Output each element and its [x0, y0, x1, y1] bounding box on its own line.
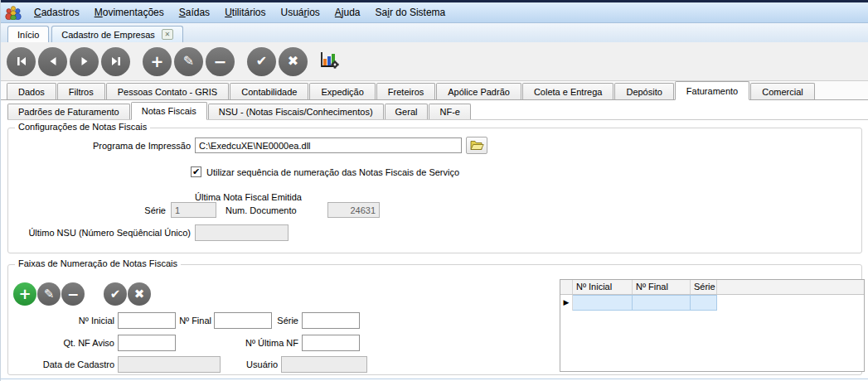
menu-item-text: aídas — [186, 7, 210, 18]
menu-item-utilitarios[interactable]: Utilitários — [217, 4, 273, 21]
usuario-input — [281, 356, 367, 373]
grid-header-row: Nº InicialNº FinalSérie — [560, 280, 864, 295]
previous-record-button[interactable] — [38, 47, 67, 76]
tab-contabilidade[interactable]: Contabilidade — [230, 83, 308, 99]
grid-column-header-serie[interactable]: Série — [691, 280, 717, 294]
programa-impressao-label: Programa de Impressão — [8, 141, 191, 151]
window-tab-label: Cadastro de Empresas — [61, 30, 155, 40]
next-record-icon — [78, 55, 91, 68]
data-cadastro-label: Data de Cadastro — [8, 359, 114, 369]
check-icon: ✔ — [110, 288, 121, 301]
tab-pessoas-contato-gris[interactable]: Pessoas Contato - GRIS — [106, 83, 229, 99]
menu-item-movimentacoes[interactable]: Movimentações — [87, 4, 172, 21]
subtab-notas-fiscais[interactable]: Notas Fiscais — [131, 102, 207, 120]
subtab-geral[interactable]: Geral — [385, 104, 429, 119]
menu-item-text: C — [34, 7, 41, 18]
insert-record-button[interactable]: + — [143, 47, 172, 76]
programa-impressao-input[interactable] — [195, 137, 462, 153]
ultimo-nsu-input — [195, 224, 289, 241]
utilizar-sequencia-checkbox[interactable]: ✔ — [191, 166, 201, 177]
faturamento-page: Padrões de FaturamentoNotas FiscaisNSU -… — [1, 100, 868, 381]
tab-expedicao[interactable]: Expedição — [309, 83, 375, 99]
tab-apolice-padrao[interactable]: Apólice Padrão — [436, 83, 521, 99]
faixa-confirm-button[interactable]: ✔ — [104, 282, 127, 306]
cancel-button[interactable]: ✖ — [279, 47, 308, 76]
usuario-label: Usuário — [211, 359, 278, 369]
menu-item-text: juda — [342, 7, 361, 18]
grid-column-header-n-inicial[interactable]: Nº Inicial — [573, 280, 633, 294]
tab-filtros[interactable]: Filtros — [57, 83, 105, 99]
grid-indicator-header — [560, 280, 573, 294]
window-tab-strip: InícioCadastro de Empresas✕ — [1, 23, 868, 42]
chart-settings-button[interactable] — [318, 51, 340, 73]
serie-input[interactable] — [302, 312, 360, 329]
application-window: CadastrosMovimentaçõesSaídasUtilitáriosU… — [0, 0, 868, 381]
faixas-toolbar: + ✎ − ✔ ✖ — [13, 282, 152, 306]
plus-icon: + — [151, 54, 164, 70]
next-record-button[interactable] — [70, 47, 99, 76]
confirm-button[interactable]: ✔ — [247, 47, 276, 76]
menu-item-text: U — [225, 7, 232, 18]
tab-freteiros[interactable]: Freteiros — [376, 83, 435, 99]
last-record-button[interactable] — [101, 47, 130, 76]
menu-item-cadastros[interactable]: Cadastros — [27, 4, 87, 21]
menu-item-text: Sa — [376, 7, 388, 18]
faixa-cancel-button[interactable]: ✖ — [128, 282, 151, 306]
edit-record-button[interactable]: ✎ — [174, 47, 203, 76]
subtab-nf-e[interactable]: NF-e — [429, 104, 470, 119]
menu-item-usuarios[interactable]: Usuários — [273, 4, 327, 21]
n-ultima-nf-label: Nº Última NF — [216, 338, 298, 348]
groupbox-faixas-numeracao: Faixas de Numeração de Notas Fiscais + ✎… — [7, 264, 862, 375]
menu-item-ajuda[interactable]: Ajuda — [327, 4, 368, 21]
open-folder-icon — [470, 140, 484, 151]
tab-faturamento[interactable]: Faturamento — [675, 81, 749, 100]
data-cadastro-input — [118, 356, 221, 373]
qt-nf-aviso-label: Qt. NF Aviso — [8, 338, 114, 348]
menu-item-text: Usuá — [280, 7, 303, 18]
grid-cell[interactable] — [691, 295, 717, 311]
tab-comercial[interactable]: Comercial — [750, 83, 815, 99]
serie-label: Série — [232, 316, 298, 326]
groupbox-configuracoes-notas-fiscais: Configurações de Notas Fiscais Programa … — [7, 128, 862, 253]
grid-column-header-n-final[interactable]: Nº Final — [633, 280, 691, 294]
menu-item-text: r do Sistema — [390, 7, 445, 18]
n-final-label: Nº Final — [137, 316, 211, 326]
groupbox-title: Configurações de Notas Fiscais — [15, 122, 150, 132]
tab-deposito[interactable]: Depósito — [614, 83, 673, 99]
window-tab-cadastro-de-empresas[interactable]: Cadastro de Empresas✕ — [51, 26, 183, 42]
window-tab-inicio[interactable]: Início — [7, 26, 49, 42]
cross-icon: ✖ — [134, 288, 145, 301]
menu-item-saidas[interactable]: Saídas — [172, 4, 217, 21]
menu-item-text: ios — [308, 7, 320, 18]
faixa-edit-button[interactable]: ✎ — [37, 282, 61, 306]
subtab-nsu-notas-fiscais-conhecimentos[interactable]: NSU - (Notas Fiscais/Conhecimentos) — [208, 104, 384, 119]
grid-cell[interactable] — [633, 295, 691, 311]
bottom-divider — [1, 379, 868, 379]
window-tab-label: Início — [17, 30, 39, 40]
n-ultima-nf-input[interactable] — [302, 335, 360, 351]
qt-nf-aviso-input[interactable] — [118, 335, 176, 351]
pencil-icon: ✎ — [183, 55, 194, 68]
faixa-delete-button[interactable]: − — [61, 282, 85, 306]
close-tab-icon[interactable]: ✕ — [162, 29, 173, 40]
main-toolbar: + ✎ − ✔ ✖ — [1, 42, 868, 81]
n-inicial-label: Nº Inicial — [8, 316, 114, 326]
tab-dados[interactable]: Dados — [7, 83, 56, 99]
faixa-add-button[interactable]: + — [13, 282, 36, 306]
current-row-marker-icon: ▶ — [560, 295, 573, 311]
grid-cell[interactable] — [573, 295, 633, 311]
delete-record-button[interactable]: − — [206, 47, 235, 76]
menu-bar: CadastrosMovimentaçõesSaídasUtilitáriosU… — [1, 2, 868, 23]
sub-tab-bar: Padrões de FaturamentoNotas FiscaisNSU -… — [7, 102, 868, 120]
first-record-button[interactable] — [7, 47, 36, 76]
menu-item-text: ovimentações — [103, 7, 164, 18]
num-documento-label: Num. Documento — [225, 205, 297, 215]
bar-chart-gear-icon — [318, 51, 340, 70]
ultimo-nsu-label: Último NSU (Número Seqüêncial Único) — [8, 228, 191, 238]
grid-row[interactable]: ▶ — [560, 295, 864, 311]
menu-item-text: tilitários — [232, 7, 266, 18]
tab-coleta-e-entrega[interactable]: Coleta e Entrega — [522, 83, 614, 99]
browse-folder-button[interactable] — [466, 137, 487, 154]
menu-item-sair-do-sistema[interactable]: Sair do Sistema — [368, 4, 453, 21]
subtab-padroes-de-faturamento[interactable]: Padrões de Faturamento — [7, 104, 130, 119]
